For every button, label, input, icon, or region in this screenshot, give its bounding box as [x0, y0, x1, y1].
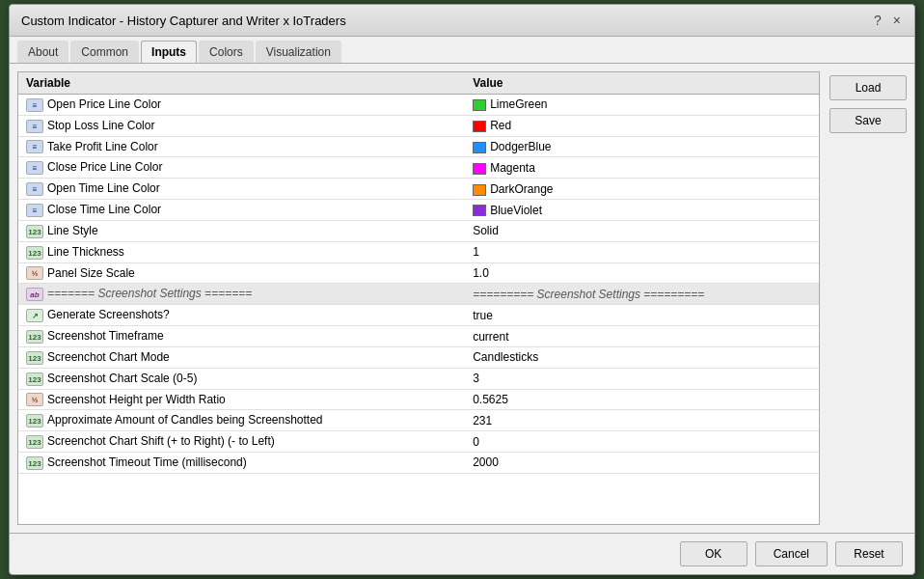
- row-type-icon: ab: [26, 288, 43, 301]
- tab-inputs[interactable]: Inputs: [141, 41, 197, 63]
- table-row[interactable]: 123Line Thickness1: [18, 241, 819, 262]
- row-type-icon: 123: [26, 435, 43, 449]
- tab-bar: About Common Inputs Colors Visualization: [10, 37, 914, 64]
- row-type-icon: 123: [26, 246, 43, 260]
- load-button[interactable]: Load: [829, 75, 907, 100]
- value-cell: true: [465, 305, 819, 326]
- table-row[interactable]: ≡Take Profit Line ColorDodgerBlue: [18, 136, 819, 157]
- sidebar-buttons: Load Save: [829, 71, 907, 525]
- table-row[interactable]: 123Screenshot Chart Scale (0-5)3: [18, 368, 819, 389]
- value-cell: DarkOrange: [465, 179, 819, 200]
- variable-cell: ½Screenshot Height per Width Ratio: [18, 389, 465, 410]
- value-cell: BlueViolet: [465, 200, 819, 221]
- row-type-icon: 123: [26, 456, 43, 470]
- table-row[interactable]: ≡Stop Loss Line ColorRed: [18, 115, 819, 136]
- row-type-icon: ≡: [26, 204, 43, 217]
- table-row[interactable]: ≡Close Price Line ColorMagenta: [18, 157, 819, 179]
- value-cell: Red: [465, 115, 819, 136]
- row-type-icon: ↗: [26, 309, 43, 322]
- row-type-icon: ≡: [26, 161, 43, 175]
- tab-visualization[interactable]: Visualization: [256, 41, 341, 63]
- col-variable-header: Variable: [18, 72, 465, 95]
- value-cell: 0: [465, 431, 819, 453]
- variable-cell: 123Screenchot Chart Mode: [18, 346, 465, 368]
- color-swatch[interactable]: [473, 121, 486, 132]
- color-swatch[interactable]: [473, 205, 486, 216]
- row-type-icon: ½: [26, 266, 43, 280]
- variable-cell: 123Approximate Amount of Candles being S…: [18, 410, 465, 431]
- value-cell: Candlesticks: [465, 346, 819, 368]
- variable-cell: ≡Close Time Line Color: [18, 200, 465, 221]
- inputs-table: Variable Value ≡Open Price Line ColorLim…: [18, 72, 819, 474]
- table-row[interactable]: 123Screenshot Timeout Time (millisecond)…: [18, 453, 819, 474]
- table-row[interactable]: ½Panel Size Scale1.0: [18, 262, 819, 284]
- bottom-bar: OK Cancel Reset: [10, 533, 914, 574]
- variable-cell: ab======= Screenshot Settings =======: [18, 284, 465, 305]
- table-row[interactable]: ↗Generate Screenshots?true: [18, 305, 819, 326]
- table-row[interactable]: ≡Open Time Line ColorDarkOrange: [18, 179, 819, 200]
- variable-cell: ≡Take Profit Line Color: [18, 136, 465, 157]
- value-cell: 1: [465, 241, 819, 262]
- variable-cell: 123Line Style: [18, 220, 465, 241]
- tab-about[interactable]: About: [17, 41, 68, 63]
- cancel-button[interactable]: Cancel: [755, 541, 828, 566]
- value-cell: Solid: [465, 220, 819, 241]
- value-cell: 2000: [465, 453, 819, 474]
- table-row[interactable]: ≡Open Price Line ColorLimeGreen: [18, 95, 819, 116]
- row-type-icon: ≡: [26, 98, 43, 112]
- variable-cell: 123Screenshot Timeframe: [18, 326, 465, 347]
- color-swatch[interactable]: [473, 99, 486, 111]
- table-row[interactable]: ≡Close Time Line ColorBlueViolet: [18, 200, 819, 221]
- variable-cell: ↗Generate Screenshots?: [18, 305, 465, 326]
- table-row[interactable]: ab======= Screenshot Settings ==========…: [18, 284, 819, 305]
- title-controls: ? ×: [872, 13, 903, 28]
- table-row[interactable]: 123Approximate Amount of Candles being S…: [18, 410, 819, 431]
- value-cell: 231: [465, 410, 819, 431]
- col-value-header: Value: [465, 72, 819, 95]
- value-cell: DodgerBlue: [465, 136, 819, 157]
- tab-colors[interactable]: Colors: [199, 41, 254, 63]
- variable-cell: ≡Open Price Line Color: [18, 95, 465, 116]
- row-type-icon: ≡: [26, 140, 43, 153]
- value-cell: 1.0: [465, 262, 819, 284]
- title-bar: Custom Indicator - History Capturer and …: [10, 5, 914, 37]
- variable-cell: ≡Close Price Line Color: [18, 157, 465, 179]
- reset-button[interactable]: Reset: [835, 541, 903, 566]
- table-row[interactable]: 123Screenchot Chart ModeCandlesticks: [18, 346, 819, 368]
- variable-cell: ≡Stop Loss Line Color: [18, 115, 465, 136]
- value-cell: 3: [465, 368, 819, 389]
- row-type-icon: ≡: [26, 182, 43, 196]
- variable-cell: 123Screenchot Chart Shift (+ to Right) (…: [18, 431, 465, 453]
- row-type-icon: 123: [26, 372, 43, 386]
- variable-cell: ½Panel Size Scale: [18, 262, 465, 284]
- value-cell: 0.5625: [465, 389, 819, 410]
- table-row[interactable]: 123Screenchot Chart Shift (+ to Right) (…: [18, 431, 819, 453]
- table-row[interactable]: ½Screenshot Height per Width Ratio0.5625: [18, 389, 819, 410]
- variable-cell: 123Screenshot Timeout Time (millisecond): [18, 453, 465, 474]
- color-swatch[interactable]: [473, 184, 486, 196]
- color-swatch[interactable]: [473, 142, 486, 153]
- tab-common[interactable]: Common: [70, 41, 139, 63]
- help-button[interactable]: ?: [872, 13, 883, 28]
- variable-cell: 123Screenshot Chart Scale (0-5): [18, 368, 465, 389]
- dialog-title: Custom Indicator - History Capturer and …: [21, 14, 346, 28]
- value-cell: current: [465, 326, 819, 347]
- value-cell: ========= Screenshot Settings =========: [465, 284, 819, 305]
- save-button[interactable]: Save: [829, 108, 907, 133]
- row-type-icon: 123: [26, 225, 43, 238]
- row-type-icon: ½: [26, 393, 43, 406]
- row-type-icon: 123: [26, 330, 43, 344]
- value-cell: LimeGreen: [465, 95, 819, 116]
- variable-cell: 123Line Thickness: [18, 241, 465, 262]
- variable-cell: ≡Open Time Line Color: [18, 179, 465, 200]
- table-row[interactable]: 123Screenshot Timeframecurrent: [18, 326, 819, 347]
- value-cell: Magenta: [465, 157, 819, 179]
- row-type-icon: 123: [26, 351, 43, 365]
- ok-button[interactable]: OK: [680, 541, 747, 566]
- inputs-table-container[interactable]: Variable Value ≡Open Price Line ColorLim…: [17, 71, 820, 525]
- main-dialog: Custom Indicator - History Capturer and …: [9, 4, 915, 575]
- color-swatch[interactable]: [473, 163, 486, 175]
- table-row[interactable]: 123Line StyleSolid: [18, 220, 819, 241]
- row-type-icon: 123: [26, 414, 43, 427]
- close-button[interactable]: ×: [891, 13, 903, 28]
